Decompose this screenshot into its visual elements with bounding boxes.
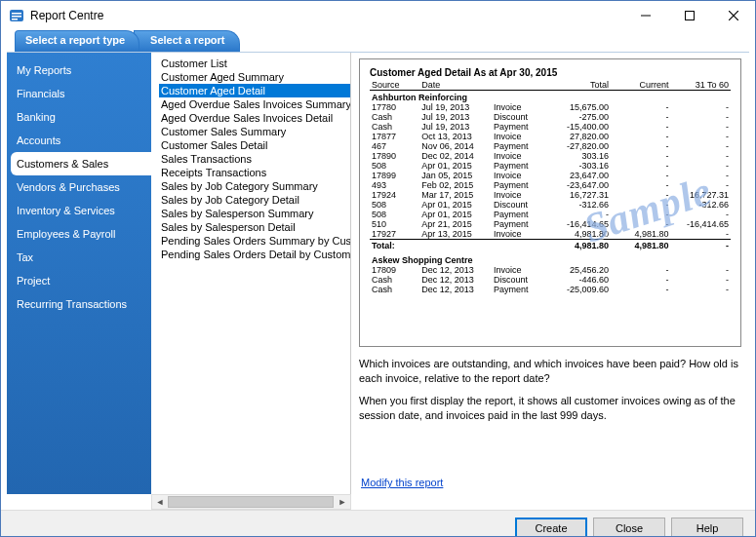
- cell: -: [611, 200, 670, 210]
- report-item[interactable]: Receipts Transactions: [159, 166, 350, 179]
- cell: Payment: [492, 285, 546, 294]
- cell: -: [611, 275, 670, 285]
- cell: 4,981.80: [546, 229, 611, 240]
- total-cell: 4,981.80: [546, 240, 611, 254]
- cell: -: [611, 219, 670, 229]
- report-item[interactable]: Customer Aged Summary: [159, 70, 350, 84]
- cell: -: [670, 112, 731, 122]
- report-item[interactable]: Sales by Salesperson Summary: [159, 207, 350, 220]
- cell: Discount: [492, 275, 546, 285]
- cell: -16,414.65: [670, 219, 731, 229]
- svg-rect-2: [12, 16, 21, 18]
- cell: -: [611, 141, 670, 151]
- report-item[interactable]: Aged Overdue Sales Invoices Summary: [159, 97, 350, 111]
- sidebar-item-employees-payroll[interactable]: Employees & Payroll: [7, 222, 151, 246]
- maximize-button[interactable]: [667, 1, 711, 30]
- cell: -: [670, 180, 731, 190]
- cell: -16,414.65: [546, 219, 611, 229]
- tab-select-type[interactable]: Select a report type: [15, 30, 139, 52]
- cell: Cash: [370, 275, 419, 285]
- report-item[interactable]: Customer List: [159, 57, 350, 70]
- cell: 493: [370, 180, 419, 190]
- titlebar: Report Centre: [1, 1, 755, 30]
- cell: Jul 19, 2013: [419, 102, 492, 112]
- help-button[interactable]: Help: [671, 518, 743, 538]
- cell: -: [611, 210, 670, 219]
- cell: Payment: [492, 210, 546, 219]
- scroll-right-icon[interactable]: ►: [335, 497, 350, 507]
- cell: -: [611, 102, 670, 112]
- scroll-thumb[interactable]: [168, 496, 334, 508]
- cell: -: [670, 285, 731, 294]
- cell: 508: [370, 200, 419, 210]
- report-item[interactable]: Sales by Job Category Detail: [159, 193, 350, 207]
- cell: Oct 13, 2013: [419, 132, 492, 141]
- sidebar-item-vendors-purchases[interactable]: Vendors & Purchases: [7, 175, 151, 199]
- cell: -: [546, 210, 611, 219]
- close-dialog-button[interactable]: Close: [593, 518, 665, 538]
- total-cell: [492, 240, 546, 254]
- report-item[interactable]: Sales by Salesperson Detail: [159, 220, 350, 234]
- cell: Nov 06, 2014: [419, 141, 492, 151]
- sidebar-item-customers-sales[interactable]: Customers & Sales: [11, 152, 151, 175]
- cell: 510: [370, 219, 419, 229]
- cell: 17780: [370, 102, 419, 112]
- section-header: Ashburton Reinforcing: [370, 91, 731, 103]
- cell: Dec 02, 2014: [419, 151, 492, 161]
- sidebar-item-project[interactable]: Project: [7, 269, 151, 292]
- cell: -: [611, 161, 670, 171]
- cell: Payment: [492, 219, 546, 229]
- report-item[interactable]: Customer Aged Detail: [159, 84, 350, 97]
- cell: 16,727.31: [546, 190, 611, 200]
- tab-select-report[interactable]: Select a report: [134, 30, 239, 52]
- modify-report-link[interactable]: Modify this report: [361, 477, 443, 488]
- cell: 508: [370, 210, 419, 219]
- report-item[interactable]: Sales by Job Category Summary: [159, 179, 350, 193]
- preview-pane: Sample Customer Aged Detail As at Apr 30…: [351, 53, 749, 494]
- create-button[interactable]: Create: [515, 518, 587, 538]
- sidebar-item-tax[interactable]: Tax: [7, 246, 151, 269]
- cell: -: [611, 112, 670, 122]
- minimize-button[interactable]: [623, 1, 667, 30]
- report-item[interactable]: Sales Transactions: [159, 152, 350, 166]
- sidebar-item-accounts[interactable]: Accounts: [7, 129, 151, 152]
- cell: -: [670, 122, 731, 132]
- sidebar-item-banking[interactable]: Banking: [7, 105, 151, 129]
- cell: -: [670, 132, 731, 141]
- report-list[interactable]: Customer ListCustomer Aged SummaryCustom…: [151, 53, 351, 494]
- cell: Payment: [492, 161, 546, 171]
- sidebar-item-financials[interactable]: Financials: [7, 82, 151, 105]
- cell: -: [611, 180, 670, 190]
- main-area: My ReportsFinancialsBankingAccountsCusto…: [7, 52, 749, 494]
- cell: Cash: [370, 122, 419, 132]
- report-item[interactable]: Customer Sales Detail: [159, 138, 350, 152]
- report-item[interactable]: Pending Sales Orders Summary by Customer: [159, 234, 350, 248]
- cell: Jul 19, 2013: [419, 112, 492, 122]
- cell: -446.60: [546, 275, 611, 285]
- report-item[interactable]: Customer Sales Summary: [159, 125, 350, 138]
- cell: Jul 19, 2013: [419, 122, 492, 132]
- cell: 27,820.00: [546, 132, 611, 141]
- report-item[interactable]: Aged Overdue Sales Invoices Detail: [159, 111, 350, 125]
- total-cell: [419, 240, 492, 254]
- cell: -: [611, 190, 670, 200]
- report-item[interactable]: Pending Sales Orders Detail by Customer: [159, 248, 350, 261]
- window-title: Report Centre: [30, 9, 103, 22]
- cell: Invoice: [492, 151, 546, 161]
- svg-rect-3: [12, 19, 18, 20]
- cell: 17890: [370, 151, 419, 161]
- cell: -: [670, 151, 731, 161]
- cell: -23,647.00: [546, 180, 611, 190]
- cell: -: [611, 265, 670, 275]
- cell: Dec 12, 2013: [419, 265, 492, 275]
- cell: Invoice: [492, 190, 546, 200]
- close-button[interactable]: [711, 1, 755, 30]
- report-list-hscrollbar[interactable]: ◄ ►: [151, 494, 351, 510]
- sidebar-item-inventory-services[interactable]: Inventory & Services: [7, 199, 151, 222]
- scroll-left-icon[interactable]: ◄: [152, 497, 168, 507]
- sidebar-item-my-reports[interactable]: My Reports: [7, 58, 151, 82]
- tab-headers: Select a report type Select a report: [1, 30, 755, 52]
- cell: -: [670, 171, 731, 180]
- footer: Create Close Help: [1, 510, 755, 537]
- sidebar-item-recurring-transactions[interactable]: Recurring Transactions: [7, 292, 151, 316]
